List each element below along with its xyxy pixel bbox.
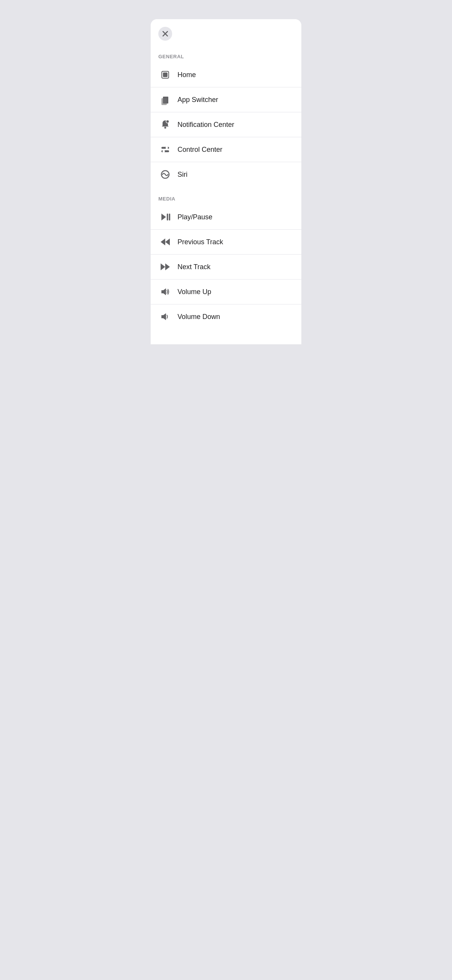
svg-rect-15 xyxy=(169,214,171,220)
menu-item-notification-center[interactable]: Notification Center xyxy=(151,112,301,137)
previous-track-icon xyxy=(158,235,172,249)
media-section-label: MEDIA xyxy=(151,187,301,205)
svg-point-7 xyxy=(166,120,169,123)
svg-marker-20 xyxy=(161,288,166,295)
svg-marker-18 xyxy=(161,263,165,270)
volume-up-label: Volume Up xyxy=(178,288,211,296)
siri-label: Siri xyxy=(178,171,187,179)
media-menu-list: Play/Pause Previous Track Next Track xyxy=(151,205,301,329)
status-bar xyxy=(151,0,301,19)
next-track-icon xyxy=(158,260,172,274)
notification-icon xyxy=(158,118,172,132)
svg-marker-19 xyxy=(165,263,170,270)
menu-item-siri[interactable]: Siri xyxy=(151,162,301,187)
siri-icon xyxy=(158,168,172,181)
menu-item-volume-down[interactable]: Volume Down xyxy=(151,304,301,329)
home-label: Home xyxy=(178,71,196,79)
home-icon xyxy=(158,68,172,82)
svg-marker-17 xyxy=(165,238,170,245)
action-sheet: GENERAL Home App Switcher xyxy=(151,19,301,344)
notification-center-label: Notification Center xyxy=(178,121,234,129)
svg-marker-16 xyxy=(161,238,165,245)
volume-down-icon xyxy=(158,310,172,324)
next-track-label: Next Track xyxy=(178,263,210,271)
menu-item-previous-track[interactable]: Previous Track xyxy=(151,230,301,255)
general-menu-list: Home App Switcher xyxy=(151,62,301,187)
app-switcher-icon xyxy=(158,93,172,107)
previous-track-label: Previous Track xyxy=(178,238,223,246)
close-button[interactable] xyxy=(158,27,172,41)
control-center-label: Control Center xyxy=(178,146,222,154)
menu-item-app-switcher[interactable]: App Switcher xyxy=(151,87,301,112)
volume-up-icon xyxy=(158,285,172,299)
menu-item-volume-up[interactable]: Volume Up xyxy=(151,280,301,304)
menu-item-home[interactable]: Home xyxy=(151,62,301,87)
sheet-header xyxy=(151,19,301,44)
app-switcher-label: App Switcher xyxy=(178,96,218,104)
play-pause-label: Play/Pause xyxy=(178,213,212,221)
control-center-icon xyxy=(158,143,172,156)
svg-point-11 xyxy=(163,150,165,153)
play-pause-icon xyxy=(158,210,172,224)
svg-rect-5 xyxy=(163,97,168,104)
general-section-label: GENERAL xyxy=(151,44,301,62)
svg-marker-13 xyxy=(161,214,166,220)
svg-rect-14 xyxy=(167,214,168,220)
svg-point-9 xyxy=(166,147,168,149)
menu-item-play-pause[interactable]: Play/Pause xyxy=(151,205,301,230)
volume-down-label: Volume Down xyxy=(178,313,220,321)
svg-marker-21 xyxy=(161,313,166,320)
svg-point-6 xyxy=(164,127,166,129)
svg-rect-2 xyxy=(163,72,168,77)
menu-item-control-center[interactable]: Control Center xyxy=(151,137,301,162)
menu-item-next-track[interactable]: Next Track xyxy=(151,255,301,280)
